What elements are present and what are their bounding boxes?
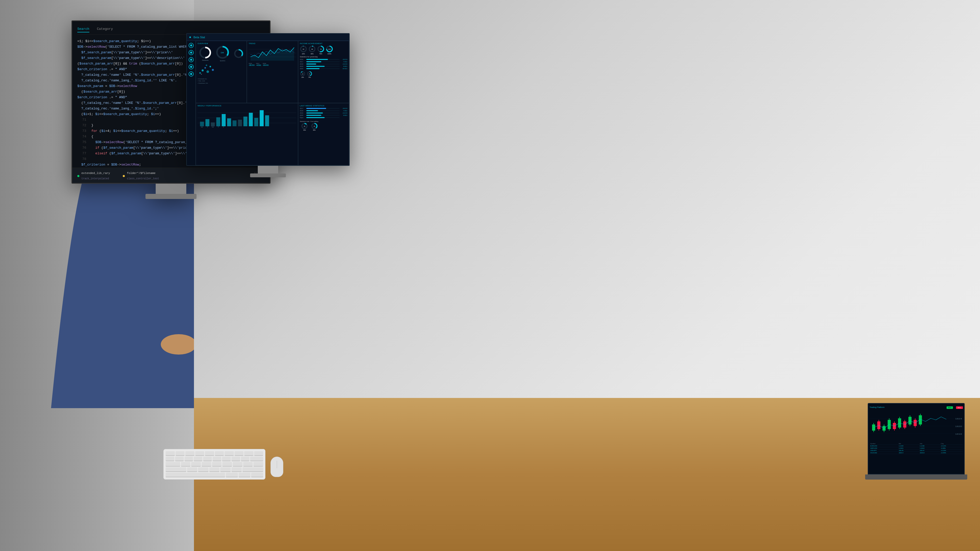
lw-fill-1 [306,108,326,109]
key[interactable] [202,462,211,467]
key[interactable] [209,467,220,472]
donut-1-label: Database [202,59,208,61]
key-row-1 [165,451,263,456]
key[interactable] [231,467,242,472]
key[interactable] [215,451,224,456]
svg-rect-53 [222,114,226,126]
donut-panel-title: Overview [197,43,245,44]
svg-rect-55 [232,121,236,126]
key[interactable] [165,462,180,467]
left-monitor-base [145,194,197,199]
sidebar-item-4[interactable] [189,64,194,69]
keyboard[interactable] [163,449,266,480]
dashboard-title: Beta Stat [193,36,205,39]
status-item-2: folder*/$filename class_controller_test [123,170,159,182]
svg-text:22: 22 [302,48,304,50]
col-symbol: Symbol [870,443,898,445]
cell-change: -0.08% [940,447,963,449]
key[interactable] [231,457,240,461]
nav-dot [189,37,191,38]
lw-bar-5 [306,117,340,118]
svg-rect-51 [211,122,215,126]
key[interactable] [250,457,263,461]
status-dot-green [77,175,80,177]
mini-donuts-row: 12 12% 73 73% [300,71,347,78]
key[interactable] [212,462,222,467]
donut-2: Diff. Queries [216,45,230,62]
tab-search[interactable]: Search [77,26,89,32]
svg-text:30: 30 [311,48,313,50]
key[interactable] [195,451,204,456]
key[interactable] [198,467,208,472]
buy-button[interactable]: BUY [947,407,953,409]
key[interactable] [239,473,251,477]
key[interactable] [194,457,202,461]
key[interactable] [176,451,185,456]
lw-bar-2 [306,110,340,111]
svg-point-15 [202,69,204,71]
sidebar-dot-5 [190,73,192,75]
donut-1: Database [199,46,212,61]
svg-point-18 [210,66,211,67]
cell-symbol: EUR/USD [870,445,898,447]
sidebar-item-1[interactable] [189,43,194,48]
trading-table: Symbol Bid Ask Chg EUR/USD 1.1234 1.1236… [870,443,963,454]
cell-symbol: XAU/USD [870,452,898,454]
key[interactable] [185,451,194,456]
key[interactable] [243,462,253,467]
lw-fill-2 [306,110,318,111]
key[interactable] [220,467,231,472]
stats-yesterday-label: Statistics for yesterday [300,56,347,58]
mouse[interactable] [270,457,283,477]
key[interactable] [203,457,212,461]
key-row-5 [165,473,263,477]
progress-title: Income achievement [300,43,347,44]
stat-bar-bg-2 [306,61,340,62]
key[interactable] [165,457,174,461]
key[interactable] [254,451,263,456]
key[interactable] [191,462,201,467]
key[interactable] [224,451,234,456]
cell-symbol: GBP/USD [870,447,898,449]
mini-donut-73: 73 73% [307,71,312,78]
sidebar-item-3[interactable] [189,57,194,62]
svg-rect-60 [260,110,264,126]
key[interactable] [242,467,263,472]
lw-stat-row-1: 2017 -19.5 D [300,108,347,109]
svg-rect-57 [243,117,247,126]
key[interactable] [185,457,193,461]
col-ask: Ask [919,443,940,445]
key[interactable] [234,451,244,456]
sidebar-item-5[interactable] [189,71,194,76]
svg-rect-59 [254,118,258,126]
key[interactable] [233,462,242,467]
key[interactable] [181,462,191,467]
key[interactable] [165,451,175,456]
key[interactable] [205,451,214,456]
key[interactable] [222,457,231,461]
key[interactable] [226,473,238,477]
key[interactable] [175,457,184,461]
trading-title: Trading Platform [870,406,885,408]
right-monitor: Beta Stat [186,33,350,181]
key[interactable] [187,467,197,472]
progress-22: 22 22% [300,45,307,55]
key[interactable] [251,473,263,477]
sidebar-item-2[interactable] [189,50,194,55]
svg-text:T: T [207,126,208,128]
key[interactable] [244,451,253,456]
key[interactable] [222,462,232,467]
stat-note-section: Statistics note 40 40% [300,121,309,131]
lw-stat-row-5: Прих. [300,117,347,118]
key[interactable] [253,462,263,467]
tab-category[interactable]: Category [97,26,113,32]
sell-button[interactable]: SELL [956,407,963,409]
key[interactable] [241,457,250,461]
stat-bar-fill-2 [306,61,321,62]
key[interactable] [213,457,221,461]
spacebar[interactable] [165,473,225,477]
last-weeks-stats: 2017 -19.5 D 2018 -4.311 2 [300,108,347,119]
key[interactable] [165,467,186,472]
trading-table-head: Symbol Bid Ask Chg [870,443,963,445]
svg-text:F: F [223,126,224,128]
